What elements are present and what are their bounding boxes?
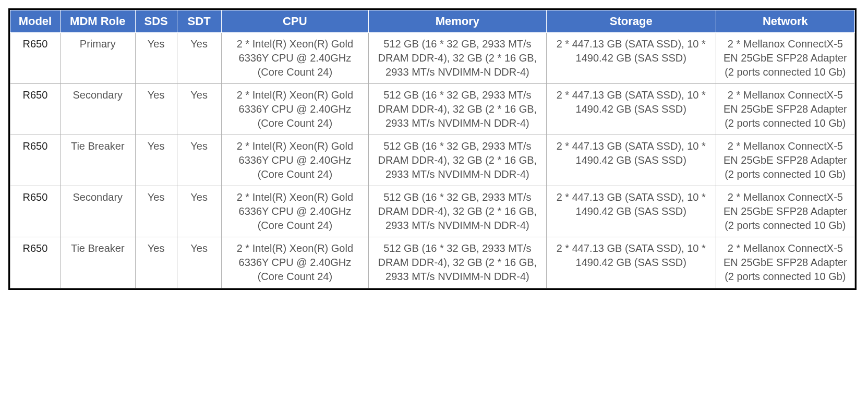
- col-header-role: MDM Role: [60, 10, 135, 33]
- cell-network: 2 * Mellanox ConnectX-5 EN 25GbE SFP28 A…: [716, 33, 854, 84]
- cell-sdt: Yes: [177, 135, 221, 186]
- table-body: R650 Primary Yes Yes 2 * Intel(R) Xeon(R…: [10, 33, 855, 288]
- cell-storage: 2 * 447.13 GB (SATA SSD), 10 * 1490.42 G…: [546, 33, 716, 84]
- cell-role: Tie Breaker: [60, 135, 135, 186]
- cell-network: 2 * Mellanox ConnectX-5 EN 25GbE SFP28 A…: [716, 135, 854, 186]
- cell-sdt: Yes: [177, 33, 221, 84]
- cell-sdt: Yes: [177, 186, 221, 237]
- cell-sds: Yes: [135, 33, 177, 84]
- table-row: R650 Primary Yes Yes 2 * Intel(R) Xeon(R…: [10, 33, 855, 84]
- cell-memory: 512 GB (16 * 32 GB, 2933 MT/s DRAM DDR-4…: [368, 237, 546, 288]
- col-header-cpu: CPU: [221, 10, 368, 33]
- cell-model: R650: [10, 84, 61, 135]
- cell-network: 2 * Mellanox ConnectX-5 EN 25GbE SFP28 A…: [716, 186, 854, 237]
- cell-sdt: Yes: [177, 237, 221, 288]
- cell-model: R650: [10, 186, 61, 237]
- table-row: R650 Secondary Yes Yes 2 * Intel(R) Xeon…: [10, 84, 855, 135]
- cell-role: Secondary: [60, 84, 135, 135]
- cell-cpu: 2 * Intel(R) Xeon(R) Gold 6336Y CPU @ 2.…: [221, 186, 368, 237]
- cell-role: Secondary: [60, 186, 135, 237]
- cell-sdt: Yes: [177, 84, 221, 135]
- col-header-sds: SDS: [135, 10, 177, 33]
- table-header: Model MDM Role SDS SDT CPU Memory Storag…: [10, 10, 855, 33]
- cell-network: 2 * Mellanox ConnectX-5 EN 25GbE SFP28 A…: [716, 237, 854, 288]
- cell-storage: 2 * 447.13 GB (SATA SSD), 10 * 1490.42 G…: [546, 84, 716, 135]
- cell-model: R650: [10, 237, 61, 288]
- cell-cpu: 2 * Intel(R) Xeon(R) Gold 6336Y CPU @ 2.…: [221, 237, 368, 288]
- cell-storage: 2 * 447.13 GB (SATA SSD), 10 * 1490.42 G…: [546, 237, 716, 288]
- cell-role: Tie Breaker: [60, 237, 135, 288]
- table-row: R650 Secondary Yes Yes 2 * Intel(R) Xeon…: [10, 186, 855, 237]
- cell-network: 2 * Mellanox ConnectX-5 EN 25GbE SFP28 A…: [716, 84, 854, 135]
- spec-table-wrapper: Model MDM Role SDS SDT CPU Memory Storag…: [8, 8, 857, 290]
- cell-memory: 512 GB (16 * 32 GB, 2933 MT/s DRAM DDR-4…: [368, 84, 546, 135]
- col-header-model: Model: [10, 10, 61, 33]
- cell-cpu: 2 * Intel(R) Xeon(R) Gold 6336Y CPU @ 2.…: [221, 33, 368, 84]
- spec-table: Model MDM Role SDS SDT CPU Memory Storag…: [10, 10, 855, 288]
- cell-cpu: 2 * Intel(R) Xeon(R) Gold 6336Y CPU @ 2.…: [221, 135, 368, 186]
- cell-model: R650: [10, 135, 61, 186]
- cell-storage: 2 * 447.13 GB (SATA SSD), 10 * 1490.42 G…: [546, 186, 716, 237]
- cell-model: R650: [10, 33, 61, 84]
- table-row: R650 Tie Breaker Yes Yes 2 * Intel(R) Xe…: [10, 237, 855, 288]
- cell-sds: Yes: [135, 237, 177, 288]
- cell-role: Primary: [60, 33, 135, 84]
- col-header-memory: Memory: [368, 10, 546, 33]
- col-header-sdt: SDT: [177, 10, 221, 33]
- col-header-network: Network: [716, 10, 854, 33]
- cell-memory: 512 GB (16 * 32 GB, 2933 MT/s DRAM DDR-4…: [368, 186, 546, 237]
- col-header-storage: Storage: [546, 10, 716, 33]
- cell-sds: Yes: [135, 135, 177, 186]
- cell-sds: Yes: [135, 84, 177, 135]
- cell-storage: 2 * 447.13 GB (SATA SSD), 10 * 1490.42 G…: [546, 135, 716, 186]
- cell-memory: 512 GB (16 * 32 GB, 2933 MT/s DRAM DDR-4…: [368, 135, 546, 186]
- table-row: R650 Tie Breaker Yes Yes 2 * Intel(R) Xe…: [10, 135, 855, 186]
- cell-memory: 512 GB (16 * 32 GB, 2933 MT/s DRAM DDR-4…: [368, 33, 546, 84]
- cell-cpu: 2 * Intel(R) Xeon(R) Gold 6336Y CPU @ 2.…: [221, 84, 368, 135]
- cell-sds: Yes: [135, 186, 177, 237]
